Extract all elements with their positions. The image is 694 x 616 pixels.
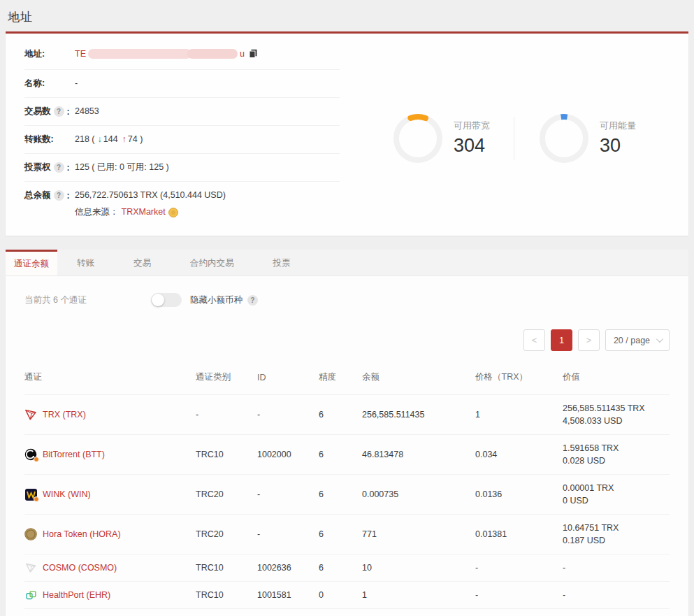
table-row: HealthPort (EHR) TRC10 1001581 0 1 - -: [24, 582, 670, 609]
token-balance: 0.000735: [362, 489, 475, 499]
token-value: 256,585.511435 TRX 4,508.033 USD: [563, 402, 670, 427]
tx-count-row: 交易数 ? : 24853: [24, 98, 340, 126]
token-precision: 6: [319, 563, 362, 573]
table-row: Hora Token (HORA) TRC20 - 6 771 0.01381 …: [24, 515, 670, 554]
token-id: -: [257, 410, 319, 420]
energy-gauge: 可用能量 30: [538, 113, 636, 164]
tab-votes[interactable]: 投票: [254, 250, 310, 275]
hora-token-icon: [24, 528, 37, 540]
pagination-top: < 1 > 20 / page: [24, 329, 670, 351]
balance-source: 信息来源： TRXMarket: [75, 206, 226, 218]
help-icon[interactable]: ?: [54, 190, 64, 201]
address-prefix: TE: [75, 49, 86, 59]
energy-label: 可用能量: [600, 120, 636, 132]
token-link[interactable]: HealthPort (EHR): [43, 590, 110, 600]
token-price: 0.01381: [475, 529, 563, 539]
token-balance: 1: [362, 590, 475, 600]
token-balances-panel: 当前共 6 个通证 隐藏小额币种 ? < 1 > 20 / page 通证 通证…: [6, 276, 688, 616]
token-type: TRC10: [196, 590, 257, 600]
token-balance: 256,585.511435: [362, 410, 475, 420]
token-link[interactable]: BitTorrent (BTT): [43, 450, 105, 459]
name-value: -: [75, 78, 78, 89]
current-page-button[interactable]: 1: [551, 329, 572, 351]
tab-transfers[interactable]: 转账: [57, 250, 114, 275]
token-price: -: [475, 590, 563, 600]
token-table: 通证 通证类别 ID 精度 余额 价格（TRX） 价值 TRX (TRX) - …: [24, 361, 670, 609]
token-price: -: [475, 563, 563, 573]
token-cell: Hora Token (HORA): [24, 528, 196, 540]
bandwidth-text: 可用带宽 304: [454, 120, 490, 157]
token-precision: 6: [319, 489, 362, 499]
transfers-label: 转账数:: [24, 134, 75, 145]
address-value: TEu: [75, 48, 258, 62]
hide-small-balances-toggle[interactable]: [151, 293, 182, 307]
col-price: 价格（TRX）: [475, 371, 563, 383]
next-page-button[interactable]: >: [578, 329, 600, 351]
address-redaction-2: [187, 49, 238, 59]
copy-icon[interactable]: [249, 49, 258, 62]
table-row: TRX (TRX) - - 6 256,585.511435 1 256,585…: [24, 395, 670, 435]
transfers-row: 转账数: 218 (↓144↑74 ): [24, 126, 340, 154]
chevron-down-icon: [656, 336, 663, 343]
token-value: 10.64751 TRX 0.187 USD: [563, 522, 670, 547]
col-value: 价值: [563, 371, 670, 383]
token-cell: HealthPort (EHR): [24, 589, 196, 601]
tab-bar: 通证余额 转账 交易 合约内交易 投票: [6, 250, 688, 276]
help-icon[interactable]: ?: [54, 162, 64, 173]
balance-amount: 256,722.750613 TRX (4,510.444 USD): [75, 189, 226, 201]
tab-internal-transactions[interactable]: 合约内交易: [171, 250, 254, 275]
token-link[interactable]: TRX (TRX): [43, 410, 86, 420]
address-label: 地址:: [24, 48, 75, 60]
hide-small-balances-label: 隐藏小额币种: [190, 294, 243, 306]
votes-label: 投票权 ? :: [24, 162, 75, 173]
token-link[interactable]: COSMO (COSMO): [43, 563, 117, 573]
token-badge-icon: [34, 496, 39, 502]
token-cell: BitTorrent (BTT): [24, 448, 196, 461]
token-link[interactable]: Hora Token (HORA): [43, 529, 121, 539]
table-row: COSMO (COSMO) TRC10 1002636 6 10 - -: [24, 554, 670, 582]
token-precision: 6: [319, 529, 362, 539]
bandwidth-ring-icon: [392, 113, 444, 164]
token-precision: 6: [319, 410, 362, 420]
table-header: 通证 通证类别 ID 精度 余额 价格（TRX） 价值: [24, 361, 670, 395]
token-precision: 6: [319, 450, 362, 459]
token-id: -: [257, 529, 319, 539]
token-id: -: [257, 489, 319, 499]
help-icon[interactable]: ?: [54, 106, 64, 117]
token-id: 1002636: [257, 563, 319, 573]
token-balance: 771: [362, 529, 475, 539]
tab-token-balances[interactable]: 通证余额: [6, 250, 57, 275]
token-link[interactable]: WINK (WIN): [43, 489, 91, 499]
token-balance: 46.813478: [362, 450, 475, 459]
page-size-value: 20 / page: [614, 336, 650, 345]
help-icon[interactable]: ?: [247, 295, 258, 306]
win-token-icon: [24, 488, 37, 501]
energy-text: 可用能量 30: [600, 120, 636, 157]
tab-transactions[interactable]: 交易: [114, 250, 171, 275]
page-size-select[interactable]: 20 / page: [605, 329, 670, 351]
token-type: TRC10: [196, 450, 257, 459]
address-row: 地址: TEu: [24, 41, 340, 70]
trxmarket-link[interactable]: TRXMarket: [122, 206, 166, 218]
votes-row: 投票权 ? : 125 ( 已用: 0 可用: 125 ): [24, 154, 340, 182]
filter-row: 当前共 6 个通证 隐藏小额币种 ?: [24, 276, 670, 307]
col-token: 通证: [24, 371, 196, 383]
trxmarket-coin-icon: [168, 208, 178, 217]
balance-label: 总余额 ? :: [24, 189, 75, 201]
token-cell: WINK (WIN): [24, 488, 196, 501]
name-label: 名称:: [24, 78, 75, 89]
token-value: 1.591658 TRX 0.028 USD: [563, 442, 670, 467]
page-title: 地址: [6, 0, 688, 31]
prev-page-button[interactable]: <: [523, 329, 545, 351]
btt-token-icon: [24, 448, 37, 461]
energy-value: 30: [600, 135, 636, 157]
token-type: TRC20: [196, 529, 257, 539]
token-price: 0.034: [475, 450, 563, 459]
balance-value: 256,722.750613 TRX (4,510.444 USD) 信息来源：…: [75, 189, 226, 218]
table-row: BitTorrent (BTT) TRC10 1002000 6 46.8134…: [24, 435, 670, 475]
address-suffix: u: [240, 49, 245, 59]
address-redaction: [88, 49, 191, 59]
token-price: 0.0136: [475, 489, 563, 499]
token-id: 1002000: [257, 450, 319, 459]
token-badge-icon: [34, 457, 39, 462]
